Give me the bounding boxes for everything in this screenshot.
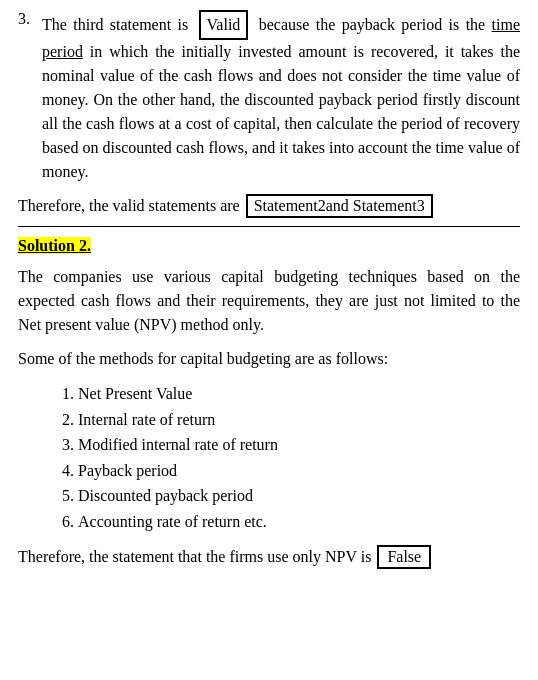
point-3-number: 3. — [18, 10, 38, 184]
point-3-text-before-valid: The third statement is — [42, 16, 188, 33]
solution-2-heading-block: Solution 2. — [18, 237, 520, 255]
valid-box: Valid — [199, 10, 249, 40]
therefore-line: Therefore, the valid statements are Stat… — [18, 194, 520, 218]
methods-intro: Some of the methods for capital budgetin… — [18, 347, 520, 371]
false-box: False — [377, 545, 431, 569]
statement-3-number: 3 — [417, 197, 425, 215]
statement-2-number: 2 — [318, 197, 326, 215]
list-item: Discounted payback period — [78, 483, 520, 509]
point-3-block: 3. The third statement is Valid because … — [18, 10, 520, 184]
divider — [18, 226, 520, 227]
solution-2-heading: Solution 2. — [18, 237, 91, 254]
false-line-prefix: Therefore, the statement that the firms … — [18, 548, 371, 566]
list-item: Accounting rate of return etc. — [78, 509, 520, 535]
solution-2-paragraph-1: The companies use various capital budget… — [18, 265, 520, 337]
list-item: Modified internal rate of return — [78, 432, 520, 458]
methods-list: Net Present Value Internal rate of retur… — [48, 381, 520, 535]
point-3-text-rest: in which the initially invested amount i… — [42, 43, 520, 180]
list-item: Payback period — [78, 458, 520, 484]
list-item: Net Present Value — [78, 381, 520, 407]
list-item: Internal rate of return — [78, 407, 520, 433]
point-3-text: The third statement is Valid because the… — [42, 10, 520, 184]
therefore-prefix: Therefore, the valid statements are — [18, 197, 240, 215]
false-line: Therefore, the statement that the firms … — [18, 545, 520, 569]
statement-box: Statement 2 and Statement 3 — [246, 194, 433, 218]
point-3-text-after-valid: because the payback period is the — [259, 16, 492, 33]
